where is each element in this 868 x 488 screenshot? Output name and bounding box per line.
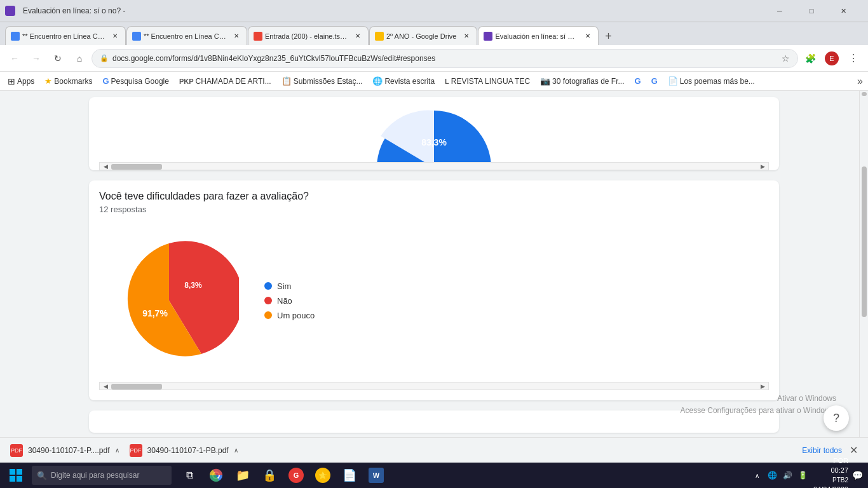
address-bar[interactable]: 🔒 docs.google.com/forms/d/1v8BNin4eKloYx… <box>92 49 798 68</box>
close-button[interactable]: ✕ <box>829 1 858 20</box>
tray-battery[interactable]: 🔋 <box>797 469 810 482</box>
scroll2-right-arrow[interactable]: ▶ <box>757 382 768 390</box>
svg-rect-5 <box>17 469 22 475</box>
bookmark-bookmarks[interactable]: ★ Bookmarks <box>42 75 95 87</box>
minimize-button[interactable]: ─ <box>765 1 794 20</box>
window-controls: ─ □ ✕ <box>765 1 858 20</box>
svg-text:91,7%: 91,7% <box>142 308 168 318</box>
more-bookmarks-button[interactable]: » <box>857 76 863 87</box>
tab-5-close[interactable]: ✕ <box>583 31 593 41</box>
show-all-button[interactable]: Exibir todos <box>802 446 842 455</box>
nav-bar: ← → ↻ ⌂ 🔒 docs.google.com/forms/d/1v8BNi… <box>0 45 868 72</box>
download-name-2: 30490-110107-1-PB.pdf <box>147 446 229 455</box>
scroll-top-arrow[interactable] <box>862 92 867 96</box>
bookmark-fotos[interactable]: 📷 30 fotografias de Fr... <box>538 75 627 87</box>
notifications-button[interactable]: 💬 <box>852 470 863 480</box>
bottom-card <box>89 410 779 433</box>
taskbar-app5[interactable]: G <box>283 463 309 488</box>
g1-icon: G <box>635 76 641 86</box>
taskbar-file-explorer[interactable]: 📁 <box>230 463 255 488</box>
fotos-icon: 📷 <box>540 76 550 86</box>
tab-5[interactable]: Evaluación en línea: sí o no? - ✕ <box>478 26 599 45</box>
tab-3-close[interactable]: ✕ <box>353 31 363 41</box>
browser-content: 83,3% ◀ ▶ Você teve dificuldades para fa… <box>0 91 868 468</box>
download-chevron-2[interactable]: ∧ <box>234 447 238 454</box>
bookmark-lingua-label: REVISTA LINGUA TEC <box>451 77 530 86</box>
bookmark-revista-label: Revista escrita <box>384 77 435 86</box>
top-card: 83,3% ◀ ▶ <box>89 97 779 170</box>
tab-4-close[interactable]: ✕ <box>461 31 471 41</box>
legend-label-umpouco: Um pouco <box>277 311 315 320</box>
chart-legend: Sim Não Um pouco <box>264 281 315 320</box>
bottom-card-scrollbar[interactable]: ◀ ▶ <box>99 382 769 390</box>
tab-2[interactable]: ** Encuentro en Línea CHAT | ✕ <box>126 26 247 45</box>
menu-button[interactable]: ⋮ <box>844 49 863 68</box>
bookmark-star[interactable]: ☆ <box>782 53 790 64</box>
profile-button[interactable]: E <box>822 49 841 68</box>
back-button[interactable]: ← <box>5 49 24 68</box>
tab-1-close[interactable]: ✕ <box>110 31 120 41</box>
title-text: Evaluación en línea: sí o no? - <box>23 6 125 15</box>
bookmark-lingua[interactable]: L REVISTA LINGUA TEC <box>442 76 532 87</box>
bookmark-apps[interactable]: ⊞ Apps <box>5 75 37 88</box>
tab-1-favicon <box>11 32 20 41</box>
activate-watermark: Ativar o Windows Acesse Configurações pa… <box>681 393 836 417</box>
tray-up-arrow[interactable]: ∧ <box>751 469 764 482</box>
home-button[interactable]: ⌂ <box>70 49 89 68</box>
taskbar-chrome[interactable] <box>203 463 229 488</box>
bookmark-g1[interactable]: G <box>632 75 644 87</box>
taskbar-task-view[interactable]: ⧉ <box>177 463 202 488</box>
bookmark-pkp[interactable]: PKP CHAMADA DE ARTI... <box>177 76 274 87</box>
close-downloads-button[interactable]: ✕ <box>850 444 858 456</box>
bookmark-g2[interactable]: G <box>649 75 660 87</box>
tray-sound[interactable]: 🔊 <box>782 469 794 482</box>
extensions-button[interactable]: 🧩 <box>801 49 820 68</box>
tab-2-close[interactable]: ✕ <box>231 31 241 41</box>
tab-3[interactable]: Entrada (200) - elaine.ts@gma... ✕ <box>248 26 369 45</box>
start-button[interactable] <box>0 463 32 488</box>
legend-umpouco: Um pouco <box>264 311 315 320</box>
legend-label-sim: Sim <box>277 281 291 291</box>
revista-icon: 🌐 <box>372 76 383 86</box>
maximize-button[interactable]: □ <box>797 1 826 20</box>
bookmark-submissoes[interactable]: 📋 Submissões Estaç... <box>279 75 365 87</box>
title-bar: Evaluación en línea: sí o no? - ─ □ ✕ <box>0 0 868 22</box>
refresh-button[interactable]: ↻ <box>48 49 67 68</box>
bookmark-poemas[interactable]: 📄 Los poemas más be... <box>665 75 757 87</box>
tray-network[interactable]: 🌐 <box>766 469 779 482</box>
help-button[interactable]: ? <box>824 405 849 431</box>
bookmark-apps-label: Apps <box>17 77 34 86</box>
taskbar-word[interactable]: W <box>363 463 389 488</box>
taskbar-search[interactable]: 🔍 Digite aqui para pesquisar <box>32 466 172 485</box>
new-tab-button[interactable]: + <box>599 27 617 45</box>
windows-logo <box>8 468 24 483</box>
top-card-scrollbar[interactable]: ◀ ▶ <box>99 162 769 170</box>
taskbar-app4[interactable]: 🔒 <box>257 463 282 488</box>
question-card: Você teve dificuldades para fazer a aval… <box>89 180 779 400</box>
scroll2-left-arrow[interactable]: ◀ <box>100 382 111 390</box>
bookmark-poemas-label: Los poemas más be... <box>680 77 755 86</box>
download-chevron-1[interactable]: ∧ <box>115 447 119 454</box>
tab-4[interactable]: 2º ANO - Google Drive ✕ <box>369 26 477 45</box>
bookmark-revista[interactable]: 🌐 Revista escrita <box>370 75 437 87</box>
scroll-left-arrow[interactable]: ◀ <box>100 162 111 170</box>
download-item-1[interactable]: PDF 30490-110107-1-P....pdf ∧ <box>10 444 119 457</box>
lock-icon: 🔒 <box>100 54 109 62</box>
scroll-right-arrow[interactable]: ▶ <box>757 162 768 170</box>
clock-area[interactable]: POR 00:27 PTB2 24/04/2020 <box>813 456 848 488</box>
forward-button[interactable]: → <box>27 49 46 68</box>
download-name-1: 30490-110107-1-P....pdf <box>28 446 110 455</box>
clock-locale2: PTB2 <box>813 476 848 485</box>
taskbar-app6[interactable]: ⭐ <box>310 463 336 488</box>
tab-1[interactable]: ** Encuentro en Línea CHAT | ✕ <box>5 26 126 45</box>
legend-dot-sim <box>264 282 272 290</box>
tab-3-favicon <box>254 32 262 41</box>
bookmark-google[interactable]: G Pesquisa Google <box>100 75 172 87</box>
chrome-icon <box>208 468 224 483</box>
taskbar-app5-icon: G <box>288 468 304 483</box>
bookmark-submissoes-label: Submissões Estaç... <box>294 77 363 86</box>
taskbar-app7[interactable]: 📄 <box>337 463 362 488</box>
download-item-2[interactable]: PDF 30490-110107-1-PB.pdf ∧ <box>130 444 238 457</box>
scrollbar-thumb[interactable] <box>862 166 867 317</box>
vertical-scrollbar[interactable] <box>859 91 868 468</box>
